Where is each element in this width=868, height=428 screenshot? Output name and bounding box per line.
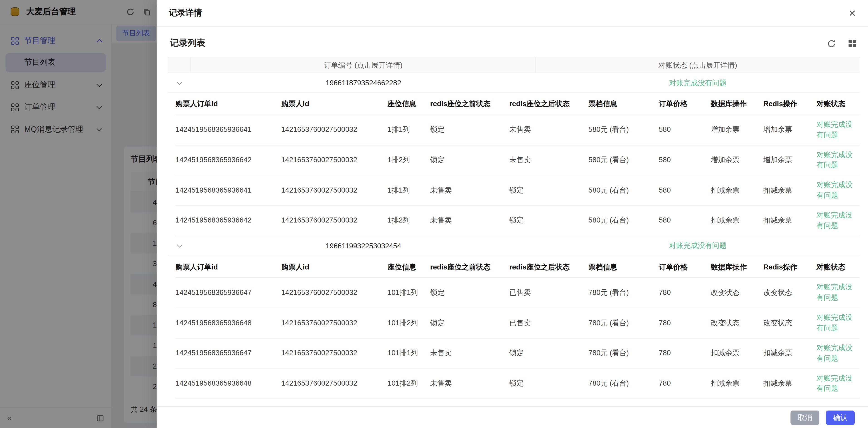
expander-column-header [168, 58, 191, 73]
detail-cell-status: 对账完成没有问题 [816, 206, 860, 235]
detail-column-header: Redis操作 [764, 256, 816, 277]
chevron-down-icon [177, 242, 182, 248]
detail-cell: 780 [659, 338, 711, 368]
detail-cell: 未售卖 [430, 175, 509, 205]
detail-cell: 锁定 [430, 115, 509, 145]
detail-cell: 扣减余票 [711, 206, 764, 235]
detail-cell: 未售卖 [509, 115, 588, 145]
detail-cell: 未售卖 [430, 338, 509, 368]
group-order-no[interactable]: 1966118793524662282 [191, 78, 536, 87]
confirm-button[interactable]: 确认 [826, 410, 855, 425]
group-order-no[interactable]: 1966119932253032454 [191, 241, 536, 250]
detail-column-header: 座位信息 [388, 256, 430, 277]
detail-cell: 增加余票 [711, 145, 764, 175]
detail-cell: 未售卖 [430, 206, 509, 235]
detail-column-header: Redis操作 [764, 93, 816, 114]
detail-cell: 580 [659, 145, 711, 175]
detail-cell: 1424519568365936648 [176, 369, 281, 398]
detail-row: 1424519568365936647142165376002750003210… [176, 338, 860, 369]
detail-cell: 101排1列 [388, 278, 430, 308]
detail-column-header: 订单价格 [659, 256, 711, 277]
detail-cell: 780元 (看台) [588, 338, 659, 368]
detail-cell: 580元 (看台) [588, 115, 659, 145]
detail-column-header: 数据库操作 [711, 256, 764, 277]
detail-column-header: 对账状态 [816, 93, 860, 114]
detail-row: 142451956836593664214216537600275000321排… [176, 145, 860, 175]
detail-cell: 扣减余票 [764, 175, 816, 205]
drawer-footer: 取消 确认 [157, 406, 868, 428]
detail-rows: 1424519568365936647142165376002750003210… [176, 278, 860, 399]
detail-column-header: redis座位之后状态 [509, 256, 588, 277]
detail-cell: 101排2列 [388, 308, 430, 338]
detail-cell: 锁定 [509, 206, 588, 235]
record-table-header: 订单编号 (点击展开详情) 对账状态 (点击展开详情) [168, 58, 860, 73]
record-table-groups: 1966118793524662282 对账完成没有问题 购票人订单id购票人i… [168, 73, 860, 399]
detail-cell: 1424519568365936647 [176, 338, 281, 368]
detail-cell: 1424519568365936642 [176, 206, 281, 235]
detail-cell: 改变状态 [764, 308, 816, 338]
detail-cell: 1421653760027500032 [281, 145, 388, 175]
expander-cell[interactable] [168, 81, 191, 84]
detail-column-header: redis座位之前状态 [430, 93, 509, 114]
detail-column-header: 订单价格 [659, 93, 711, 114]
group-status[interactable]: 对账完成没有问题 [536, 241, 860, 251]
detail-cell: 780元 (看台) [588, 308, 659, 338]
detail-column-header: 数据库操作 [711, 93, 764, 114]
detail-cell: 增加余票 [764, 145, 816, 175]
detail-cell: 未售卖 [509, 145, 588, 175]
detail-cell: 1424519568365936641 [176, 175, 281, 205]
table-tools [827, 39, 859, 48]
detail-cell: 580 [659, 115, 711, 145]
cancel-button[interactable]: 取消 [790, 410, 819, 425]
detail-cell: 锁定 [509, 338, 588, 368]
record-table: 订单编号 (点击展开详情) 对账状态 (点击展开详情) 196611879352… [168, 57, 860, 406]
detail-cell: 1424519568365936648 [176, 308, 281, 338]
detail-cell: 扣减余票 [764, 369, 816, 398]
detail-row: 142451956836593664214216537600275000321排… [176, 206, 860, 236]
record-list-title: 记录列表 [170, 38, 205, 49]
detail-header-row: 购票人订单id购票人id座位信息redis座位之前状态redis座位之后状态票档… [176, 93, 860, 115]
expander-cell[interactable] [168, 244, 191, 247]
detail-cell: 锁定 [509, 369, 588, 398]
detail-cell: 780元 (看台) [588, 369, 659, 398]
group-row[interactable]: 1966118793524662282 对账完成没有问题 [168, 73, 860, 93]
record-group: 1966118793524662282 对账完成没有问题 购票人订单id购票人i… [168, 73, 860, 236]
detail-row: 142451956836593664114216537600275000321排… [176, 115, 860, 145]
detail-cell: 1421653760027500032 [281, 338, 388, 368]
detail-cell: 锁定 [430, 308, 509, 338]
detail-cell: 扣减余票 [711, 175, 764, 205]
detail-cell: 580元 (看台) [588, 145, 659, 175]
detail-column-header: 座位信息 [388, 93, 430, 114]
detail-cell: 780 [659, 278, 711, 308]
detail-cell: 101排1列 [388, 338, 430, 368]
record-details-drawer: 记录详情 × 记录列表 订单编号 (点击展开详情) [157, 0, 868, 428]
table-bottom-space [168, 399, 860, 406]
detail-cell: 锁定 [430, 278, 509, 308]
detail-cell: 1424519568365936647 [176, 278, 281, 308]
group-status[interactable]: 对账完成没有问题 [536, 78, 860, 88]
close-icon[interactable]: × [849, 7, 856, 19]
column-settings-icon[interactable] [848, 39, 857, 47]
detail-cell: 增加余票 [764, 115, 816, 145]
detail-cell: 580元 (看台) [588, 175, 659, 205]
chevron-down-icon [177, 79, 182, 85]
detail-cell: 1排2列 [388, 206, 430, 235]
detail-cell: 改变状态 [764, 278, 816, 308]
detail-column-header: redis座位之前状态 [430, 256, 509, 277]
record-group: 1966119932253032454 对账完成没有问题 购票人订单id购票人i… [168, 236, 860, 399]
detail-cell: 1排2列 [388, 145, 430, 175]
detail-cell-status: 对账完成没有问题 [816, 278, 860, 308]
detail-cell: 1421653760027500032 [281, 308, 388, 338]
detail-cell: 1421653760027500032 [281, 175, 388, 205]
detail-cell: 1排1列 [388, 175, 430, 205]
detail-column-header: 购票人id [281, 93, 388, 114]
detail-cell-status: 对账完成没有问题 [816, 369, 860, 398]
detail-cell: 扣减余票 [764, 338, 816, 368]
detail-cell: 580 [659, 206, 711, 235]
detail-cell: 1421653760027500032 [281, 278, 388, 308]
detail-column-header: redis座位之后状态 [509, 93, 588, 114]
detail-cell-status: 对账完成没有问题 [816, 308, 860, 338]
refresh-icon[interactable] [827, 39, 836, 48]
group-row[interactable]: 1966119932253032454 对账完成没有问题 [168, 236, 860, 256]
detail-table: 购票人订单id购票人id座位信息redis座位之前状态redis座位之后状态票档… [168, 93, 860, 236]
